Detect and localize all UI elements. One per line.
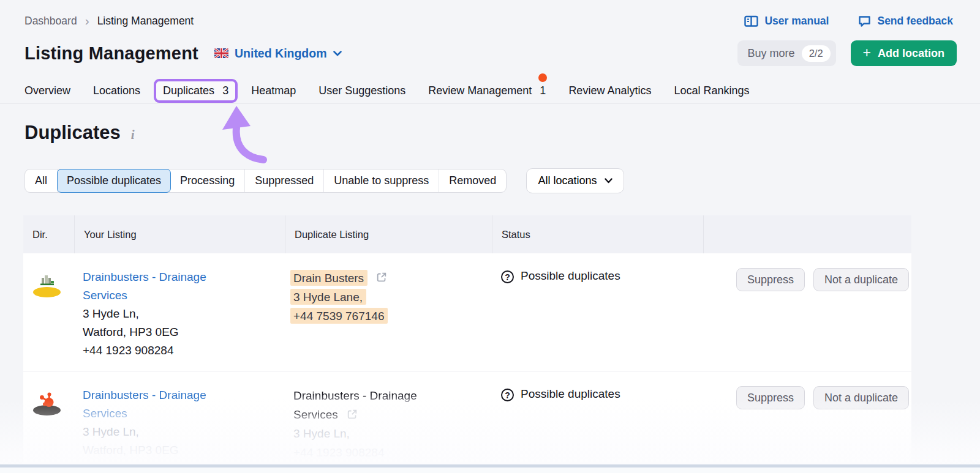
filter-removed[interactable]: Removed (439, 169, 506, 192)
tab-duplicates-label: Duplicates (163, 84, 214, 97)
tab-review-management[interactable]: Review Management 1 (428, 84, 546, 97)
top-links: User manual Send feedback (744, 15, 953, 28)
country-selector[interactable]: United Kingdom (214, 47, 342, 61)
location-filter-label: All locations (538, 174, 597, 187)
tab-review-management-count: 1 (540, 84, 546, 97)
duplicate-phone: +44 7539 767146 (290, 308, 388, 324)
column-header-status: Status (492, 215, 703, 253)
filter-suppressed[interactable]: Suppressed (245, 169, 324, 192)
title-actions: Buy more 2/2 + Add location (737, 40, 957, 66)
buy-more-label: Buy more (748, 47, 795, 60)
breadcrumb-dashboard[interactable]: Dashboard (24, 15, 77, 28)
filter-processing[interactable]: Processing (170, 169, 245, 192)
top-bar: Dashboard › Listing Management User manu… (24, 15, 953, 28)
section-title-text: Duplicates (24, 122, 121, 144)
filter-all[interactable]: All (25, 169, 58, 192)
user-manual-label: User manual (764, 15, 829, 28)
external-link-icon[interactable] (347, 409, 358, 420)
notification-dot (538, 73, 547, 82)
your-listing-cell: Drainbusters - Drainage Services 3 Hyde … (74, 386, 285, 473)
table-row: Drainbusters - Drainage Services 3 Hyde … (23, 371, 911, 473)
tab-review-management-label: Review Management (428, 84, 532, 97)
directory-cell (23, 268, 74, 360)
country-label: United Kingdom (235, 47, 327, 61)
chevron-down-icon (605, 178, 612, 184)
duplicate-listing-cell: Drainbusters - Drainage Services 3 Hyde … (285, 386, 492, 473)
table-row: Drainbusters - Drainage Services 3 Hyde … (23, 253, 911, 371)
tab-duplicates[interactable]: Duplicates 3 (154, 79, 238, 103)
column-header-actions (703, 215, 911, 253)
filter-bar: All Possible duplicates Processing Suppr… (24, 168, 624, 193)
not-a-duplicate-button[interactable]: Not a duplicate (813, 386, 909, 409)
your-listing-cell: Drainbusters - Drainage Services 3 Hyde … (74, 268, 285, 360)
book-icon (744, 15, 758, 28)
page-title: Listing Management (24, 43, 198, 64)
tab-local-rankings[interactable]: Local Rankings (674, 84, 749, 97)
duplicate-phone: +44 1923 908284 (293, 443, 492, 462)
section-heading: Duplicates i (24, 122, 135, 144)
bottom-edge-gap (0, 467, 980, 473)
info-icon[interactable]: i (131, 127, 135, 143)
not-a-duplicate-button[interactable]: Not a duplicate (813, 268, 909, 291)
breadcrumb: Dashboard › Listing Management (24, 15, 194, 28)
listing-name-link[interactable]: Drainbusters - Drainage Services (83, 268, 233, 305)
tab-duplicates-count: 3 (222, 84, 228, 97)
filter-possible-duplicates[interactable]: Possible duplicates (57, 169, 171, 193)
status-cell: ? Possible duplicates (492, 386, 703, 473)
directory-cell (23, 386, 74, 473)
annotation-arrow (216, 105, 272, 163)
suppress-button[interactable]: Suppress (736, 386, 805, 409)
add-location-button[interactable]: + Add location (851, 40, 957, 66)
tab-heatmap[interactable]: Heatmap (251, 84, 296, 97)
listing-address-line2: Watford, HP3 0EG (83, 441, 285, 460)
duplicates-table: Dir. Your Listing Duplicate Listing Stat… (23, 215, 911, 473)
uk-flag-icon (214, 48, 228, 58)
tab-overview[interactable]: Overview (24, 84, 70, 97)
column-header-your-listing: Your Listing (74, 215, 285, 253)
tab-review-analytics[interactable]: Review Analytics (568, 84, 651, 97)
send-feedback-label: Send feedback (877, 15, 953, 28)
external-link-icon[interactable] (376, 272, 387, 283)
status-label: Possible duplicates (521, 269, 620, 283)
buy-more-button[interactable]: Buy more 2/2 (737, 40, 836, 66)
actions-cell: Suppress Not a duplicate (703, 268, 911, 360)
filter-unable-to-suppress[interactable]: Unable to suppress (324, 169, 439, 192)
directory-logo-icon (33, 287, 61, 297)
directory-logo-icon (33, 405, 61, 415)
location-filter-dropdown[interactable]: All locations (526, 168, 624, 193)
tab-user-suggestions[interactable]: User Suggestions (318, 84, 405, 97)
listing-address-line1: 3 Hyde Ln, (83, 305, 285, 323)
question-circle-icon[interactable]: ? (501, 389, 514, 401)
table-header: Dir. Your Listing Duplicate Listing Stat… (23, 215, 911, 253)
duplicate-address-line1: 3 Hyde Lane, (290, 289, 366, 305)
duplicate-address-line1: 3 Hyde Ln, (293, 424, 492, 443)
tabs-divider (0, 103, 980, 104)
listing-address-line2: Watford, HP3 0EG (83, 323, 285, 341)
column-header-duplicate-listing: Duplicate Listing (285, 215, 492, 253)
duplicate-name: Drain Busters (290, 270, 368, 286)
status-label: Possible duplicates (521, 387, 620, 401)
actions-cell: Suppress Not a duplicate (703, 386, 911, 473)
add-location-label: Add location (878, 47, 944, 60)
duplicate-listing-cell: Drain Busters 3 Hyde Lane, +44 7539 7671… (285, 268, 492, 360)
title-bar: Listing Management United Kingdom Buy mo… (24, 40, 957, 66)
speech-bubble-icon (858, 15, 871, 28)
chevron-right-icon: › (85, 14, 89, 27)
listing-name-link[interactable]: Drainbusters - Drainage Services (83, 386, 233, 423)
breadcrumb-current: Listing Management (97, 15, 194, 28)
column-header-dir: Dir. (23, 215, 74, 253)
status-cell: ? Possible duplicates (492, 268, 703, 360)
send-feedback-link[interactable]: Send feedback (858, 15, 953, 28)
listing-address-line1: 3 Hyde Ln, (83, 423, 285, 441)
listing-management-page: Dashboard › Listing Management User manu… (0, 0, 980, 473)
buy-more-count-badge: 2/2 (802, 45, 831, 62)
chevron-down-icon (333, 51, 342, 56)
suppress-button[interactable]: Suppress (736, 268, 805, 291)
user-manual-link[interactable]: User manual (744, 15, 829, 28)
status-filter-group: All Possible duplicates Processing Suppr… (24, 169, 507, 193)
tab-bar: Overview Locations Duplicates 3 Heatmap … (24, 78, 980, 103)
question-circle-icon[interactable]: ? (501, 270, 514, 283)
tab-locations[interactable]: Locations (93, 84, 140, 97)
listing-phone: +44 1923 908284 (83, 341, 285, 360)
plus-icon: + (863, 46, 871, 60)
